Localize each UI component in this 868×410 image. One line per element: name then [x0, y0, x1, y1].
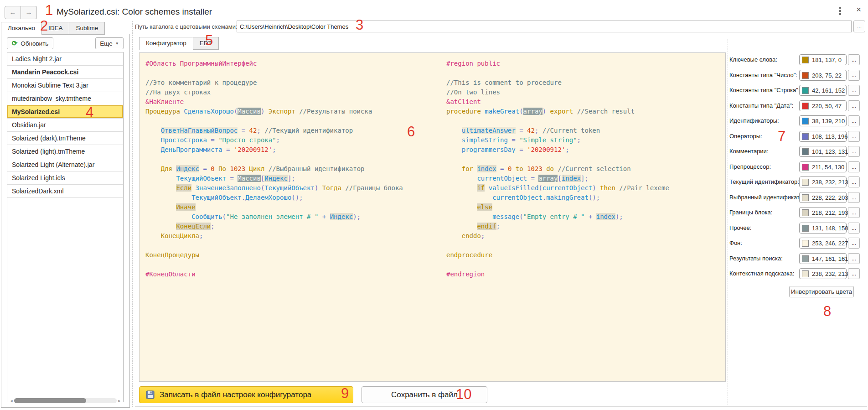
more-button[interactable]: Еще ▼ [95, 37, 124, 49]
save-config-button-label: Записать в файл настроек конфигуратора [160, 390, 311, 400]
color-more-button[interactable]: ... [848, 100, 860, 111]
color-value-button[interactable]: 38, 139, 210 [799, 115, 847, 126]
right-edge-splitter[interactable] [865, 39, 865, 405]
color-more-button[interactable]: ... [848, 268, 860, 279]
color-setting-label: Ключевые слова: [729, 54, 777, 65]
color-value-button[interactable]: 228, 222, 203 [799, 192, 847, 203]
browse-button[interactable]: ... [853, 21, 865, 32]
scrollbar-track[interactable] [14, 398, 117, 403]
color-setting-label: Операторы: [729, 131, 762, 142]
color-setting-label: Текущий идентификатор: [729, 176, 799, 187]
main-tab-configurator[interactable]: Конфигуратор [139, 37, 193, 50]
more-button-label: Еще [100, 40, 112, 47]
file-item[interactable]: mutedrainbow_sky.tmtheme [7, 92, 123, 105]
color-value-button[interactable]: 253, 246, 227 [799, 238, 847, 249]
code-line: ДеньПрограммиста = '20200912'; [145, 145, 403, 155]
color-more-button[interactable]: ... [848, 253, 860, 264]
color-value-button[interactable]: 211, 54, 130 [799, 161, 847, 172]
code-line [145, 155, 403, 164]
color-value-button[interactable]: 181, 137, 0 [799, 54, 847, 65]
code-line: enddo; [446, 231, 669, 241]
panel-splitter[interactable] [728, 39, 728, 405]
code-line: Иначе [145, 202, 403, 212]
app-window: ← → MySolarized.csi: Color schemes insta… [0, 0, 868, 410]
color-value-button[interactable]: 220, 50, 47 [799, 100, 847, 111]
annotation-number-2: 2 [40, 19, 48, 33]
color-setting-label: Константы типа "Число": [729, 70, 797, 81]
main-tabline [135, 49, 865, 49]
path-input[interactable] [237, 21, 852, 32]
color-value-button[interactable]: 131, 148, 150 [799, 223, 847, 234]
color-value-button[interactable]: 238, 232, 213 [799, 176, 847, 187]
color-swatch [802, 164, 809, 171]
close-icon[interactable]: × [856, 5, 861, 15]
color-more-button[interactable]: ... [848, 85, 860, 96]
color-more-button[interactable]: ... [848, 54, 860, 65]
color-more-button[interactable]: ... [848, 115, 860, 126]
color-value-button[interactable]: 108, 113, 196 [799, 131, 847, 142]
file-item[interactable]: Solarized Light (Alternate).jar [7, 158, 123, 171]
color-more-button[interactable]: ... [848, 131, 860, 142]
save-config-button[interactable]: Записать в файл настроек конфигуратора [139, 386, 353, 403]
code-line [145, 116, 403, 126]
file-item[interactable]: Obsidian.jar [7, 119, 123, 132]
color-swatch [802, 194, 809, 201]
forward-button[interactable]: → [21, 6, 37, 19]
file-item[interactable]: SolarizedDark.xml [7, 185, 123, 198]
refresh-icon: ⟳ [12, 39, 18, 47]
color-rgb-value: 238, 232, 213 [812, 179, 848, 186]
color-more-button[interactable]: ... [848, 146, 860, 157]
color-more-button[interactable]: ... [848, 238, 860, 249]
refresh-button[interactable]: ⟳ Обновить [7, 37, 53, 49]
color-value-button[interactable]: 203, 75, 22 [799, 70, 847, 81]
code-line: #endregion [446, 270, 669, 279]
nav-button-group: ← → [5, 6, 37, 19]
sidebar-tab-sublime[interactable]: Sublime [69, 22, 105, 35]
color-value-button[interactable]: 42, 161, 152 [799, 85, 847, 96]
color-value-button[interactable]: 147, 161, 161 [799, 253, 847, 264]
color-more-button[interactable]: ... [848, 176, 860, 187]
color-more-button[interactable]: ... [848, 161, 860, 172]
color-more-button[interactable]: ... [848, 70, 860, 81]
more-menu-icon[interactable] [837, 7, 843, 15]
code-line [446, 155, 669, 164]
annotation-number-5: 5 [205, 34, 213, 47]
color-value-button[interactable]: 101, 123, 131 [799, 146, 847, 157]
file-item[interactable]: Solarized (light).tmTheme [7, 145, 123, 158]
color-more-button[interactable]: ... [848, 223, 860, 234]
sidebar-tab-lokalno[interactable]: Локально [1, 22, 42, 35]
file-item[interactable]: Solarized Light.icls [7, 171, 123, 185]
code-line: endprocedure [446, 250, 669, 260]
back-button[interactable]: ← [5, 6, 21, 19]
file-item[interactable]: Solarized (dark).tmTheme [7, 132, 123, 145]
color-more-button[interactable]: ... [848, 207, 860, 218]
color-rgb-value: 218, 212, 193 [812, 209, 848, 216]
code-line: #КонецОбласти [145, 270, 403, 279]
code-line: message("Empty entry # " + index); [446, 212, 669, 222]
color-more-button[interactable]: ... [848, 192, 860, 203]
scrollbar-thumb[interactable] [14, 398, 86, 403]
floppy-disk-icon [146, 390, 155, 399]
file-item[interactable]: Monokai Sublime Text 3.jar [7, 79, 123, 92]
color-value-button[interactable]: 238, 232, 213 [799, 268, 847, 279]
code-line: ПростоСтрока = "Просто строка"; [145, 135, 403, 145]
file-item[interactable]: Mandarin Peacock.csi [7, 66, 123, 79]
scroll-left-icon[interactable]: ◄ [9, 399, 14, 403]
code-line [145, 241, 403, 250]
annotation-number-10: 10 [456, 388, 471, 401]
code-line: Для Индекс = 0 По 1023 Цикл //Выбранный … [145, 164, 403, 174]
sidebar-splitter[interactable] [132, 21, 133, 407]
annotation-number-9: 9 [341, 387, 349, 400]
code-line [446, 241, 669, 250]
color-rgb-value: 101, 123, 131 [812, 148, 848, 155]
file-item-selected[interactable]: MySolarized.csi [7, 105, 123, 119]
scroll-right-icon[interactable]: ► [117, 399, 122, 403]
invert-colors-button[interactable]: Инвертировать цвета [789, 286, 854, 297]
color-rgb-value: 220, 50, 47 [812, 103, 842, 109]
color-swatch [802, 179, 809, 186]
horizontal-scrollbar: ◄ ► [9, 398, 122, 404]
code-line: ultimateAnswer = 42; //Current token [446, 126, 669, 135]
file-item[interactable]: Ladies Night 2.jar [7, 52, 123, 66]
color-value-button[interactable]: 218, 212, 193 [799, 207, 847, 218]
sidebar-panel: ⟳ Обновить Еще ▼ Ladies Night 2.jarManda… [1, 34, 130, 408]
